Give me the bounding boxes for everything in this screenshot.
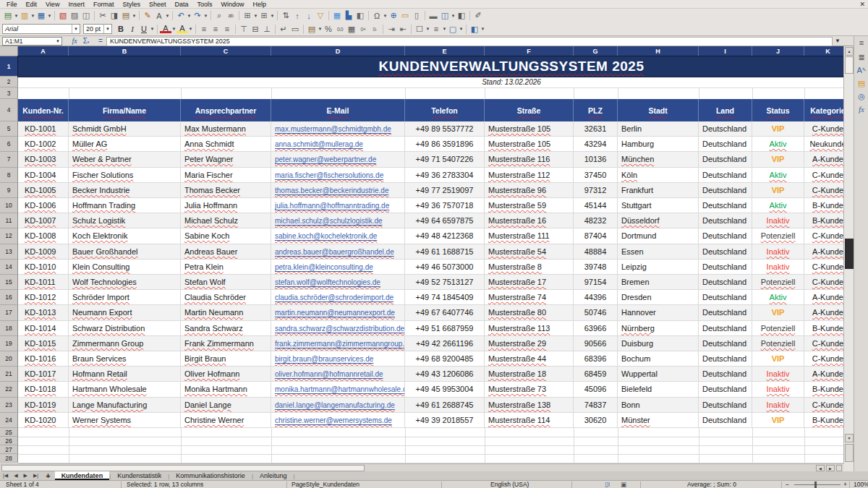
cell-C10[interactable]: Julia Hoffmann [181,198,271,213]
properties-icon[interactable]: A✎ [856,65,867,75]
zoom-slider-track[interactable] [794,484,841,485]
cell-H11[interactable]: Düsseldorf [618,213,699,228]
cell-D24[interactable]: christine.werner@wernersystems.de [271,413,405,428]
cell-K23[interactable]: C-Kunde [804,398,843,413]
row-header-21[interactable]: 21 [0,367,18,382]
cell-I15[interactable]: Deutschland [699,275,752,290]
scroll-left-icon[interactable]: ◀ [816,465,825,471]
page-style[interactable]: PageStyle_Kundendaten [292,481,359,488]
cell-K22[interactable]: B-Kunde [804,382,843,397]
insert-columns-dropdown-icon[interactable]: ▼ [270,14,275,18]
row-header-11[interactable]: 11 [0,213,18,228]
cell-F21[interactable]: Musterstraße 18 [485,367,574,382]
menu-item-styles[interactable]: Styles [118,0,145,9]
email-link[interactable]: max.mustermann@schmidtgmbh.de [275,125,391,133]
cell-D16[interactable]: claudia.schröder@schroderimport.de [271,290,405,305]
language-status[interactable]: English (USA) [490,481,529,488]
cell-K13[interactable]: A-Kunde [804,244,843,260]
cell-K14[interactable]: C-Kunde [804,260,843,275]
row-header-20[interactable]: 20 [0,351,18,367]
cell-A12[interactable]: KD-1008 [18,228,69,244]
undo-icon[interactable]: ↶ [175,10,187,21]
cell-K19[interactable]: C-Kunde [804,336,843,351]
cell-B23[interactable]: Lange Manufacturing [69,398,181,413]
menu-item-help[interactable]: Help [249,0,271,9]
cell-J6[interactable]: Aktiv [752,137,804,152]
row-header-22[interactable]: 22 [0,382,18,397]
cell-J8[interactable]: Aktiv [752,168,804,183]
cell-C19[interactable]: Frank Zimmermann [181,336,271,351]
cell-I7[interactable]: Deutschland [699,152,752,167]
scroll-down-icon[interactable]: ▼ [845,434,854,442]
cell-C21[interactable]: Oliver Hofmann [181,367,271,382]
format-as-date-icon[interactable]: ▦ [346,24,357,35]
functions-icon[interactable]: fx [856,104,867,114]
italic-icon[interactable]: I [127,24,138,35]
cell-C18[interactable]: Sandra Schwarz [181,321,271,336]
cell-F12[interactable]: Musterstraße 111 [485,228,574,244]
cell-E12[interactable]: +49 48 4212368 [405,228,485,244]
row-header-7[interactable]: 7 [0,152,18,167]
cell-H7[interactable]: München [618,152,699,167]
cell-F24[interactable]: Musterstraße 114 [485,413,574,428]
cell-D11[interactable]: michael.schulz@schulzlogistik.de [271,213,405,228]
conditional-formatting-icon[interactable]: ◧ [469,24,480,35]
cell-I19[interactable]: Deutschland [699,336,752,351]
sheet-tab-anleitung[interactable]: Anleitung [253,471,294,480]
cell-B15[interactable]: Wolf Technologies [69,275,181,290]
cell-H17[interactable]: Hannover [618,305,699,320]
cell-I13[interactable]: Deutschland [699,244,752,260]
cell-A14[interactable]: KD-1010 [18,260,69,275]
cell-H10[interactable]: Stuttgart [618,198,699,213]
cell-K10[interactable]: B-Kunde [804,198,843,213]
cell-I5[interactable]: Deutschland [699,121,752,137]
cell-C11[interactable]: Michael Schulz [181,213,271,228]
cell-A7[interactable]: KD-1003 [18,152,69,167]
cell-J16[interactable]: Aktiv [752,290,804,305]
menu-item-sheet[interactable]: Sheet [145,0,171,9]
scroll-right-icon[interactable]: ▶ [826,465,835,471]
selection-mode-icon[interactable]: ▯I [605,481,610,488]
cell-J18[interactable]: Potenziell [752,321,804,336]
cell-B17[interactable]: Neumann Export [69,305,181,320]
email-link[interactable]: anna.schmidt@mullerag.de [275,140,363,148]
sheet-tab-kommunikationshistorie[interactable]: Kommunikationshistorie [169,471,252,480]
previous-sheet-icon[interactable]: ◀ [11,473,20,479]
column-header-F[interactable]: F [485,46,574,56]
cell-H14[interactable]: Leipzig [618,260,699,275]
cell-K9[interactable]: C-Kunde [804,183,843,198]
cell-G5[interactable]: 32631 [574,121,618,137]
cell-I17[interactable]: Deutschland [699,305,752,320]
email-link[interactable]: martin.neumann@neumannexport.de [275,309,395,317]
cell-I8[interactable]: Deutschland [699,168,752,183]
cell-K7[interactable]: A-Kunde [804,152,843,167]
email-link[interactable]: sabine.koch@kochelektronik.de [275,232,377,240]
cell-I9[interactable]: Deutschland [699,183,752,198]
format-as-percent-icon[interactable]: % [323,24,334,35]
function-wizard-icon[interactable]: fx [69,37,80,45]
cell-C8[interactable]: Maria Fischer [181,168,271,183]
show-draw-functions-icon[interactable]: ✐ [472,10,484,21]
cell-F16[interactable]: Musterstraße 74 [485,290,574,305]
row-header-27[interactable]: 27 [0,445,18,454]
cell-K16[interactable]: A-Kunde [804,290,843,305]
cell-K17[interactable]: A-Kunde [804,305,843,320]
cell-E20[interactable]: +49 68 9200485 [405,351,485,367]
navigator-icon[interactable]: ◎ [856,91,867,101]
cell-B10[interactable]: Hoffmann Trading [69,198,181,213]
vertical-scrollbar[interactable]: ▲ ▼ [843,46,854,463]
column-title-5[interactable]: Straße [485,99,574,121]
insert-rows-icon[interactable]: ⊞ [242,10,253,21]
column-title-4[interactable]: Telefon [405,99,485,121]
cell-J24[interactable]: VIP [752,413,804,428]
insert-chart-icon[interactable]: ▙ [343,10,354,21]
close-icon[interactable]: ✕ [859,1,865,8]
align-left-icon[interactable]: ≡ [198,24,210,35]
cell-J12[interactable]: Potenziell [752,228,804,244]
cell-F23[interactable]: Musterstraße 138 [485,398,574,413]
bold-icon[interactable]: B [115,24,127,35]
format-as-currency-dropdown-icon[interactable]: ▼ [318,27,323,31]
align-right-icon[interactable]: ≡ [221,24,233,35]
cell-K18[interactable]: B-Kunde [804,321,843,336]
cell-A5[interactable]: KD-1001 [18,121,69,137]
